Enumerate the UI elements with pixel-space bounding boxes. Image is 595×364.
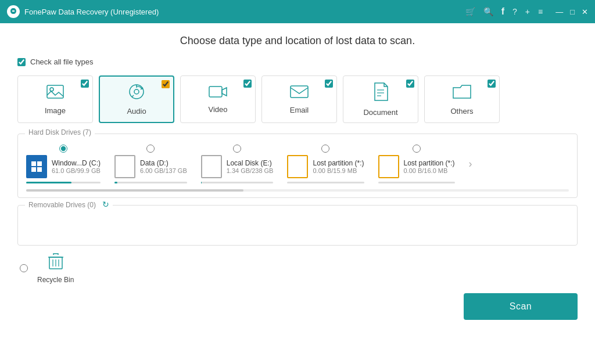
drive-e[interactable]: Local Disk (E:) 1.34 GB/238 GB: [201, 145, 274, 183]
recycle-section: Recycle Bin: [17, 253, 578, 284]
check-all-checkbox[interactable]: [17, 58, 26, 66]
file-type-card-audio[interactable]: Audio: [99, 75, 174, 123]
hdd-scrollbar-thumb: [26, 189, 243, 192]
others-checkbox[interactable]: [488, 80, 496, 88]
drive-c-info: Window...D (C:) 61.0 GB/99.9 GB: [52, 159, 101, 174]
search-circle-icon[interactable]: 🔍: [483, 7, 493, 16]
drive-lp1-radio-row: [321, 145, 329, 153]
title-bar-left: FonePaw Data Recovery (Unregistered): [7, 5, 159, 18]
file-type-card-document[interactable]: Document: [343, 75, 418, 123]
close-icon[interactable]: ✕: [582, 8, 588, 16]
email-label: Email: [290, 106, 309, 114]
hdd-section: Hard Disk Drives (7): [17, 134, 578, 198]
drive-lp2-radio[interactable]: [413, 145, 421, 153]
drive-e-size: 1.34 GB/238 GB: [227, 167, 274, 174]
drive-d[interactable]: Data (D:) 6.00 GB/137 GB: [114, 145, 187, 183]
cart-icon[interactable]: 🛒: [465, 7, 475, 16]
drive-lp1-name: Lost partition (*:): [313, 159, 364, 167]
email-icon: [289, 84, 309, 102]
drive-e-progress-fill: [201, 182, 202, 183]
drive-c-progress-bar: [26, 182, 101, 183]
audio-label: Audio: [127, 107, 146, 116]
drive-d-radio[interactable]: [146, 145, 155, 153]
document-icon: [372, 82, 389, 104]
drive-lp2-progress-bar: [378, 182, 455, 183]
title-bar: FonePaw Data Recovery (Unregistered) 🛒 🔍…: [0, 0, 595, 23]
drive-d-name: Data (D:): [140, 159, 169, 167]
drive-c-icon-label: Window...D (C:) 61.0 GB/99.9 GB: [26, 155, 101, 178]
removable-section: Removable Drives (0) ↻: [17, 205, 578, 246]
recycle-bin-label: Recycle Bin: [37, 276, 74, 284]
file-type-card-image[interactable]: Image: [17, 75, 93, 123]
drive-lp1-size: 0.00 B/15.9 MB: [313, 167, 357, 174]
svg-rect-4: [209, 87, 222, 97]
image-label: Image: [45, 106, 66, 115]
drive-lp2[interactable]: Lost partition (*:) 0.00 B/16.0 MB: [378, 145, 455, 183]
refresh-icon[interactable]: ↻: [102, 200, 109, 209]
window-controls: — □ ✕: [555, 8, 588, 16]
drive-lp2-radio-row: [413, 145, 421, 153]
image-checkbox[interactable]: [81, 80, 89, 88]
drive-e-radio[interactable]: [233, 145, 241, 153]
svg-rect-12: [37, 167, 42, 172]
drive-e-progress-bar: [201, 182, 274, 183]
document-label: Document: [363, 108, 397, 117]
drive-lp1-icon-label: Lost partition (*:) 0.00 B/15.9 MB: [287, 155, 364, 178]
drive-c-name: Window...D (C:): [52, 159, 101, 167]
video-label: Video: [208, 105, 227, 114]
drive-lp1-info: Lost partition (*:) 0.00 B/15.9 MB: [313, 159, 364, 174]
app-title: FonePaw Data Recovery (Unregistered): [24, 8, 159, 16]
plus-icon[interactable]: +: [525, 7, 530, 16]
page-title: Choose data type and location of lost da…: [17, 35, 578, 47]
menu-lines-icon[interactable]: ≡: [538, 7, 543, 16]
document-checkbox[interactable]: [406, 80, 414, 88]
recycle-radio-col: [20, 264, 28, 272]
drive-c-radio[interactable]: [59, 145, 67, 153]
svg-rect-9: [31, 161, 36, 166]
scan-button[interactable]: Scan: [464, 293, 578, 320]
video-checkbox[interactable]: [243, 80, 252, 88]
recycle-bin-icon: [48, 253, 64, 273]
recycle-bin-icon-label: Recycle Bin: [37, 253, 74, 284]
drive-d-icon: [114, 155, 135, 178]
audio-checkbox[interactable]: [162, 80, 170, 88]
hdd-scroll-hint: ›: [469, 158, 472, 170]
app-logo: [7, 5, 20, 18]
svg-rect-0: [47, 85, 63, 98]
drives-row: Window...D (C:) 61.0 GB/99.9 GB Data (D:…: [26, 140, 569, 186]
drive-lp2-name: Lost partition (*:): [404, 159, 455, 167]
drive-lp1[interactable]: Lost partition (*:) 0.00 B/15.9 MB: [287, 145, 364, 183]
hdd-scrollbar: [26, 189, 569, 192]
file-types-row: Image Audio: [17, 75, 578, 123]
file-type-card-video[interactable]: Video: [180, 75, 256, 123]
removable-section-label: Removable Drives (0) ↻: [25, 200, 113, 209]
drive-d-radio-row: [146, 145, 155, 153]
drive-c-progress-fill: [26, 182, 71, 183]
drive-lp1-icon: [287, 155, 308, 178]
maximize-icon[interactable]: □: [570, 8, 575, 16]
drive-e-radio-row: [233, 145, 241, 153]
file-type-card-others[interactable]: Others: [424, 75, 500, 123]
drive-c[interactable]: Window...D (C:) 61.0 GB/99.9 GB: [26, 145, 101, 183]
recycle-bin-radio[interactable]: [20, 264, 28, 272]
drive-lp2-icon-label: Lost partition (*:) 0.00 B/16.0 MB: [378, 155, 455, 178]
check-all-row: Check all file types: [17, 57, 578, 66]
drive-d-progress-bar: [114, 182, 187, 183]
drive-c-radio-row: [59, 145, 67, 153]
file-type-card-email[interactable]: Email: [261, 75, 337, 123]
minimize-icon[interactable]: —: [555, 8, 563, 16]
others-icon: [452, 83, 472, 103]
title-bar-icons: 🛒 🔍 f ? + ≡ — □ ✕: [465, 6, 588, 17]
main-content: Choose data type and location of lost da…: [0, 23, 595, 364]
drive-lp2-info: Lost partition (*:) 0.00 B/16.0 MB: [404, 159, 455, 174]
svg-rect-11: [31, 167, 36, 172]
help-icon[interactable]: ?: [512, 7, 517, 16]
svg-point-1: [50, 88, 53, 91]
drive-lp1-radio[interactable]: [321, 145, 329, 153]
check-all-label: Check all file types: [30, 57, 93, 66]
email-checkbox[interactable]: [325, 80, 333, 88]
facebook-icon[interactable]: f: [501, 6, 504, 17]
drive-e-icon: [201, 155, 222, 178]
bottom-bar: Scan: [17, 293, 578, 320]
hdd-section-label: Hard Disk Drives (7): [25, 128, 95, 136]
